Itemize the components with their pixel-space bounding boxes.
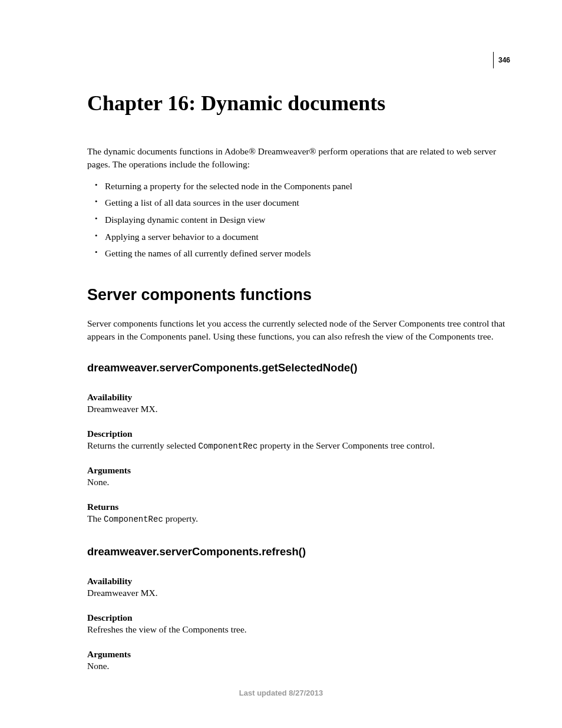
availability-value: Dreamweaver MX. <box>87 587 510 599</box>
list-item: Returning a property for the selected no… <box>87 180 510 193</box>
arguments-value: None. <box>87 476 510 489</box>
arguments-label: Arguments <box>87 649 510 660</box>
availability-label: Availability <box>87 576 510 587</box>
chapter-title: Chapter 16: Dynamic documents <box>87 92 510 116</box>
description-label: Description <box>87 429 510 439</box>
page-number-block: 346 <box>493 52 510 68</box>
chapter-intro: The dynamic documents functions in Adobe… <box>87 145 510 172</box>
section-heading: Server components functions <box>87 286 510 304</box>
returns-code: ComponentRec <box>104 515 163 524</box>
api-heading: dreamweaver.serverComponents.refresh() <box>87 545 510 558</box>
description-text-post: property in the Server Components tree c… <box>257 440 434 450</box>
arguments-value: None. <box>87 660 510 673</box>
list-item: Applying a server behavior to a document <box>87 230 510 243</box>
page-footer: Last updated 8/27/2013 <box>0 689 562 697</box>
list-item: Getting a list of all data sources in th… <box>87 196 510 209</box>
description-value: Refreshes the view of the Components tre… <box>87 623 510 636</box>
description-text-pre: Returns the currently selected <box>87 440 199 450</box>
api-heading: dreamweaver.serverComponents.getSelected… <box>87 361 510 374</box>
returns-text-post: property. <box>163 513 198 523</box>
document-page: 346 Chapter 16: Dynamic documents The dy… <box>0 0 562 728</box>
arguments-label: Arguments <box>87 465 510 476</box>
availability-label: Availability <box>87 392 510 403</box>
returns-label: Returns <box>87 502 510 512</box>
section-intro: Server components functions let you acce… <box>87 317 510 344</box>
description-code: ComponentRec <box>199 442 258 451</box>
list-item: Displaying dynamic content in Design vie… <box>87 213 510 226</box>
returns-text-pre: The <box>87 513 104 523</box>
availability-value: Dreamweaver MX. <box>87 403 510 416</box>
returns-value: The ComponentRec property. <box>87 512 510 526</box>
intro-bullet-list: Returning a property for the selected no… <box>87 180 510 260</box>
list-item: Getting the names of all currently defin… <box>87 247 510 260</box>
page-number: 346 <box>498 56 510 64</box>
description-value: Returns the currently selected Component… <box>87 439 510 453</box>
description-label: Description <box>87 612 510 623</box>
